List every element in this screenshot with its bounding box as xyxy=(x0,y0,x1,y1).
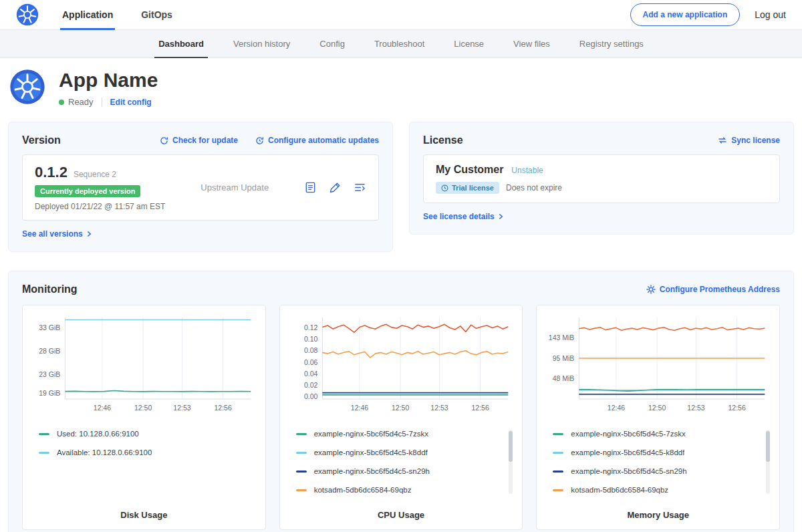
chart-card-disk-usage: 12:4612:5012:5312:5633 GiB28 GiB23 GiB19… xyxy=(22,305,266,530)
svg-text:12:56: 12:56 xyxy=(471,404,489,412)
license-panel: My Customer Unstable Trial license Doe xyxy=(423,154,780,203)
add-application-button[interactable]: Add a new application xyxy=(630,3,741,26)
svg-text:12:46: 12:46 xyxy=(350,404,368,412)
subnav-tab-view-files[interactable]: View files xyxy=(499,30,565,57)
app-status-row: Ready Edit config xyxy=(59,97,158,107)
logout-link[interactable]: Log out xyxy=(755,9,786,20)
legend-scrollbar-thumb[interactable] xyxy=(509,431,513,462)
license-card: License Sync license My Customer Unstabl… xyxy=(409,122,794,235)
cpu-usage-plot: 12:4612:5012:5312:560.120.100.080.060.04… xyxy=(288,313,515,415)
version-card-title: Version xyxy=(22,134,61,146)
svg-text:12:53: 12:53 xyxy=(430,404,448,412)
chart-title: CPU Usage xyxy=(288,499,515,520)
legend-label: Used: 10.128.0.66:9100 xyxy=(57,430,139,438)
subnav-tab-config[interactable]: Config xyxy=(305,30,360,57)
version-number: 0.1.2 xyxy=(35,164,68,181)
legend-item: Used: 10.128.0.66:9100 xyxy=(39,424,245,443)
svg-text:12:56: 12:56 xyxy=(728,404,746,412)
legend-label: Available: 10.128.0.66:9100 xyxy=(57,448,152,456)
sync-icon xyxy=(718,136,727,144)
svg-text:12:56: 12:56 xyxy=(214,404,231,412)
svg-text:48 MiB: 48 MiB xyxy=(553,374,575,382)
see-license-details-label: See license details xyxy=(423,212,495,221)
legend-color-dash xyxy=(296,471,307,473)
svg-text:0.12: 0.12 xyxy=(304,323,318,331)
svg-text:0.02: 0.02 xyxy=(304,381,318,389)
app-header: App Name Ready Edit config xyxy=(0,58,802,111)
legend-color-dash xyxy=(39,452,49,454)
svg-text:0.00: 0.00 xyxy=(304,392,318,400)
svg-text:33 GiB: 33 GiB xyxy=(39,323,60,331)
legend-label: example-nginx-5bc6f5d4c5-sn29h xyxy=(314,467,430,475)
legend-item: kotsadm-5db6dc6584-69qbz xyxy=(296,481,503,499)
deployed-timestamp: Deployed 01/21/22 @ 11:57 am EST xyxy=(35,202,165,211)
preflight-checks-icon[interactable] xyxy=(329,181,342,194)
configure-auto-updates-link[interactable]: Configure automatic updates xyxy=(255,136,379,145)
legend-item: example-nginx-5bc6f5d4c5-k8ddf xyxy=(553,443,759,462)
svg-text:0.04: 0.04 xyxy=(304,370,318,378)
legend-scrollbar[interactable] xyxy=(766,430,770,494)
legend-scrollbar[interactable] xyxy=(509,430,513,494)
license-detail-row: Trial license Does not expire xyxy=(436,182,767,194)
chart-title: Memory Usage xyxy=(545,499,771,520)
topnav-tab-application[interactable]: Application xyxy=(60,0,115,29)
configure-auto-updates-label: Configure automatic updates xyxy=(268,136,379,145)
version-card: Version Check for update xyxy=(8,122,393,252)
configure-prometheus-link[interactable]: Configure Prometheus Address xyxy=(646,285,780,294)
legend-item: Available: 10.128.0.66:9100 xyxy=(39,443,245,462)
subnav-tab-dashboard[interactable]: Dashboard xyxy=(144,30,219,57)
app-header-text: App Name Ready Edit config xyxy=(59,69,158,107)
monitoring-section: Monitoring Configure Prometheus Address … xyxy=(8,271,794,532)
subnav-tab-registry-settings[interactable]: Registry settings xyxy=(565,30,658,57)
sync-license-link[interactable]: Sync license xyxy=(718,136,780,145)
gear-icon xyxy=(646,285,656,294)
refresh-icon xyxy=(160,136,168,145)
chart-title: Disk Usage xyxy=(31,499,257,520)
see-all-versions-link[interactable]: See all versions xyxy=(22,229,92,239)
subnav-tab-version-history[interactable]: Version history xyxy=(219,30,305,57)
auto-update-icon xyxy=(255,136,264,145)
subnav-tabs: DashboardVersion historyConfigTroublesho… xyxy=(144,30,658,57)
svg-text:12:50: 12:50 xyxy=(648,404,666,412)
legend-scrollbar-thumb[interactable] xyxy=(766,431,770,462)
license-type-label: Trial license xyxy=(452,184,494,192)
current-version-panel: 0.1.2 Sequence 2 Currently deployed vers… xyxy=(22,154,379,221)
see-all-versions-label: See all versions xyxy=(22,229,83,239)
chart-card-memory-usage: 12:4612:5012:5312:56143 MiB95 MiB48 MiBe… xyxy=(536,305,780,530)
monitoring-header: Monitoring Configure Prometheus Address xyxy=(22,283,780,295)
legend-label: kotsadm-5db6dc6584-69qbz xyxy=(314,486,412,494)
svg-text:23 GiB: 23 GiB xyxy=(39,370,60,378)
customer-name: My Customer xyxy=(436,164,503,176)
version-card-links: Check for update Configure automatic upd… xyxy=(160,136,379,145)
kubernetes-logo-icon xyxy=(16,3,39,26)
main-content: Version Check for update xyxy=(0,122,802,532)
chart-legend: Used: 10.128.0.66:9100Available: 10.128.… xyxy=(31,424,257,462)
topnav-tab-gitops[interactable]: GitOps xyxy=(139,0,174,29)
legend-item: kotsadm-5db6dc6584-69qbz xyxy=(553,481,759,499)
deploy-logs-icon[interactable] xyxy=(354,181,366,194)
legend-color-dash xyxy=(553,489,563,491)
legend-label: example-nginx-5bc6f5d4c5-7zskx xyxy=(314,430,428,438)
check-for-update-link[interactable]: Check for update xyxy=(160,136,238,145)
legend-color-dash xyxy=(39,433,49,435)
release-notes-icon[interactable] xyxy=(304,181,317,194)
memory-usage-plot: 12:4612:5012:5312:56143 MiB95 MiB48 MiB xyxy=(545,313,771,415)
edit-config-link[interactable]: Edit config xyxy=(110,98,152,107)
version-number-row: 0.1.2 Sequence 2 xyxy=(35,164,165,181)
svg-text:143 MiB: 143 MiB xyxy=(549,334,575,342)
chart-card-cpu-usage: 12:4612:5012:5312:560.120.100.080.060.04… xyxy=(279,305,523,530)
license-card-title: License xyxy=(423,134,463,146)
see-license-details-link[interactable]: See license details xyxy=(423,212,503,221)
check-for-update-label: Check for update xyxy=(172,136,238,145)
topnav-tabs: ApplicationGitOps xyxy=(60,0,198,29)
svg-text:12:53: 12:53 xyxy=(688,404,705,412)
legend-color-dash xyxy=(296,452,307,454)
current-version-info: 0.1.2 Sequence 2 Currently deployed vers… xyxy=(35,164,165,211)
svg-text:12:50: 12:50 xyxy=(392,404,409,412)
chart-legend: example-nginx-5bc6f5d4c5-7zskxexample-ng… xyxy=(288,424,515,499)
expiration-text: Does not expire xyxy=(506,183,562,192)
subnav-tab-troubleshoot[interactable]: Troubleshoot xyxy=(360,30,439,57)
status-dot xyxy=(59,100,64,105)
clock-icon xyxy=(441,184,448,192)
subnav-tab-license[interactable]: License xyxy=(439,30,499,57)
